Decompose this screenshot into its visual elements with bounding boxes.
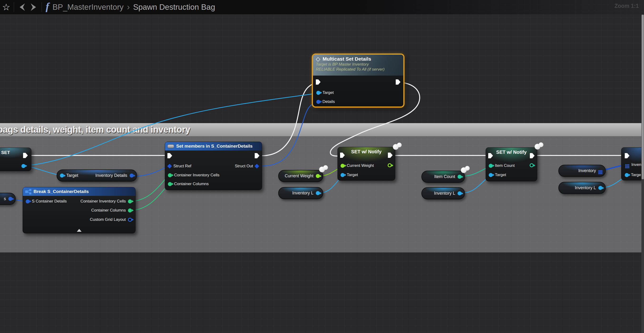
inventory-l-pin[interactable] (22, 164, 26, 168)
collapse-arrow-icon[interactable] (77, 229, 82, 232)
struct-ref-pin[interactable] (167, 164, 172, 169)
node-get-inventory-l[interactable]: Inventory L (558, 182, 606, 194)
node-header: Break S_ContainerDetails (23, 187, 135, 196)
pin-label: Container Columns (174, 182, 209, 186)
inventory-map-pin[interactable] (598, 170, 600, 171)
target-pin[interactable] (625, 173, 629, 177)
forward-arrow-icon (30, 3, 38, 11)
container-columns-pin[interactable] (128, 208, 132, 213)
target-pin[interactable] (316, 91, 320, 95)
details-pin[interactable] (316, 100, 320, 104)
forward-button[interactable] (28, 0, 40, 14)
pin-label: Container Inventory Cells (80, 199, 126, 204)
inventory-map-pin[interactable] (625, 164, 626, 165)
pin-label: Details (322, 99, 335, 104)
node-set-notify-item-count[interactable]: SET w/ Notify Item Count Target (486, 147, 537, 181)
node-get-inventory-l[interactable]: Inventory L (278, 187, 323, 199)
breadcrumb-function[interactable]: Spawn Destruction Bag (133, 2, 215, 12)
node-header: Set members in S_ContainerDetails (165, 142, 262, 150)
inventory-l-pin[interactable] (598, 186, 602, 190)
struct-out-pin[interactable] (254, 164, 259, 169)
node-multicast-set-details[interactable]: ◇ Multicast Set Details Target is BP Mas… (312, 53, 404, 108)
current-weight-pin[interactable] (316, 174, 320, 178)
node-set-notify-current-weight[interactable]: SET w/ Notify Current Weight Target (338, 147, 395, 181)
pin-row: Current Weight (340, 163, 374, 168)
exec-in-pin[interactable] (488, 153, 493, 158)
container-inventory-cells-pin[interactable] (128, 199, 132, 203)
pin-row: Details (316, 99, 335, 104)
toolbar-divider (42, 2, 42, 12)
wire-structout-details[interactable] (260, 101, 322, 166)
current-weight-pin[interactable] (340, 164, 344, 168)
node-set-notify-inventory-partial[interactable]: S Invent Targe (621, 147, 644, 180)
target-pin[interactable] (60, 174, 64, 178)
breadcrumb-toolbar: ☆ f BP_MasterInventory › Spawn Destructi… (0, 0, 644, 14)
item-count-pin[interactable] (489, 164, 493, 168)
s-container-details-pin[interactable] (26, 199, 30, 203)
node-get-inventory-l[interactable]: Inventory L (422, 187, 465, 199)
node-title: Set members in S_ContainerDetails (176, 144, 252, 149)
node-get-details-partial[interactable]: s (0, 193, 16, 205)
inventory-l-pin[interactable] (316, 191, 320, 195)
exec-out-pin[interactable] (396, 79, 400, 85)
node-subtitle-line2: RELIABLE Replicated To All (if server) (316, 67, 400, 72)
pin-row: Container Columns (168, 182, 209, 186)
node-get-inventory-details[interactable]: Target Inventory Details (56, 169, 137, 182)
star-icon: ☆ (2, 2, 10, 12)
inventory-l-pin[interactable] (458, 191, 462, 195)
node-break-s-containerdetails[interactable]: Break S_ContainerDetails S Container Det… (22, 187, 136, 233)
node-set-members-s-containerdetails[interactable]: Set members in S_ContainerDetails Struct… (165, 142, 262, 190)
node-title: Break S_ContainerDetails (34, 189, 89, 194)
item-count-out-pin[interactable] (530, 163, 534, 167)
pin-row: Target (316, 90, 334, 95)
pin-label: Inventory Details (95, 173, 127, 178)
current-weight-out-pin[interactable] (388, 163, 392, 167)
pin-row: S Container Details (26, 199, 66, 204)
custom-grid-layout-pin[interactable] (128, 218, 132, 222)
exec-in-pin[interactable] (168, 153, 172, 158)
pin-label: Targe (631, 173, 641, 177)
target-pin[interactable] (340, 173, 344, 177)
debug-bubble-icon (319, 165, 330, 172)
pin-label: Invent (632, 162, 642, 167)
vertical-scrollbar-track[interactable] (642, 14, 644, 333)
breadcrumb-chevron-icon: › (127, 2, 130, 12)
container-columns-pin[interactable] (168, 182, 172, 186)
blueprint-graph-editor: n bags details, weight, item count and i… (0, 0, 644, 333)
inventory-details-pin[interactable] (130, 174, 134, 178)
pin-row: Custom Grid Layout (90, 217, 132, 222)
container-inventory-cells-pin[interactable] (168, 173, 172, 177)
item-count-pin[interactable] (458, 175, 462, 179)
node-get-inventory[interactable]: Inventory (558, 165, 606, 177)
pin-label: Item Count (434, 174, 455, 179)
exec-out-pin[interactable] (530, 153, 534, 158)
back-arrow-icon (18, 3, 25, 11)
pin-label: Current Weight (347, 163, 374, 168)
node-set-inventory-left[interactable]: SET ory L (0, 148, 32, 171)
pin-row: Struct Out (235, 164, 258, 169)
debug-bubble-icon (534, 142, 546, 149)
pin-row: Target (340, 173, 358, 177)
wire-break-columns-setmembers[interactable] (131, 184, 168, 210)
exec-out-pin[interactable] (388, 153, 393, 158)
exec-in-pin[interactable] (625, 153, 630, 158)
exec-out-pin[interactable] (255, 153, 260, 158)
exec-in-pin[interactable] (340, 153, 345, 158)
exec-in-pin[interactable] (316, 79, 320, 85)
pin-label: Target (495, 173, 506, 177)
node-get-current-weight[interactable]: Current Weight (278, 170, 323, 182)
vertical-scrollbar-thumb[interactable] (642, 15, 644, 179)
target-pin[interactable] (489, 173, 493, 177)
breadcrumb-blueprint[interactable]: BP_MasterInventory (52, 2, 124, 12)
back-button[interactable] (16, 0, 28, 14)
wire-exec-setmembers-multicast[interactable] (260, 82, 318, 156)
favorite-star-button[interactable]: ☆ (0, 0, 12, 14)
pin-row: Struct Ref (168, 164, 192, 169)
wire-break-cells-setmembers[interactable] (131, 175, 168, 201)
pin-label: Target (322, 90, 334, 95)
details-pin[interactable] (8, 197, 12, 201)
pin-label: Item Count (495, 163, 515, 168)
node-title: SET w/ Notify (486, 149, 537, 155)
exec-out-pin[interactable] (23, 153, 28, 158)
node-get-item-count[interactable]: Item Count (422, 171, 465, 183)
